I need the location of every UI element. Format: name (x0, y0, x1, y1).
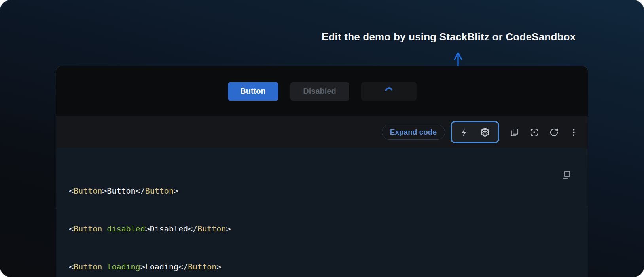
demo-primary-button[interactable]: Button (228, 82, 278, 101)
copy-icon (510, 128, 519, 137)
code-block: <Button>Button</Button> <Button disabled… (56, 148, 588, 277)
code-line: <Button loading>Loading</Button> (69, 260, 560, 273)
demo-loading-button[interactable] (361, 82, 417, 101)
more-actions-button[interactable] (569, 128, 578, 137)
copy-icon (561, 158, 576, 192)
expand-code-button[interactable]: Expand code (382, 125, 445, 140)
code-line: <Button>Button</Button> (69, 184, 560, 197)
codesandbox-cube-icon (480, 127, 490, 137)
page-background: Edit the demo by using StackBlitz or Cod… (0, 0, 644, 277)
codesandbox-button[interactable] (480, 127, 490, 137)
stackblitz-button[interactable] (460, 128, 469, 137)
demo-disabled-button[interactable]: Disabled (290, 82, 349, 101)
copy-code-button[interactable] (510, 128, 519, 137)
demo-preview-area: Button Disabled (56, 66, 588, 116)
code-line: <Button disabled>Disabled</Button> (69, 222, 560, 235)
refresh-demo-button[interactable] (549, 128, 559, 137)
lightning-icon (460, 128, 469, 137)
refresh-icon (549, 128, 559, 137)
loading-spinner-icon (383, 85, 395, 97)
focus-scan-icon (530, 128, 539, 137)
annotation-title: Edit the demo by using StackBlitz or Cod… (322, 31, 576, 43)
guide-highlight-box (451, 121, 499, 143)
code-snippet-button[interactable] (530, 128, 539, 137)
kebab-menu-icon (569, 128, 578, 137)
copy-code-snippet-button[interactable] (561, 158, 576, 192)
demo-card: Button Disabled Expand code (56, 66, 588, 211)
demo-toolbar: Expand code (56, 116, 588, 148)
